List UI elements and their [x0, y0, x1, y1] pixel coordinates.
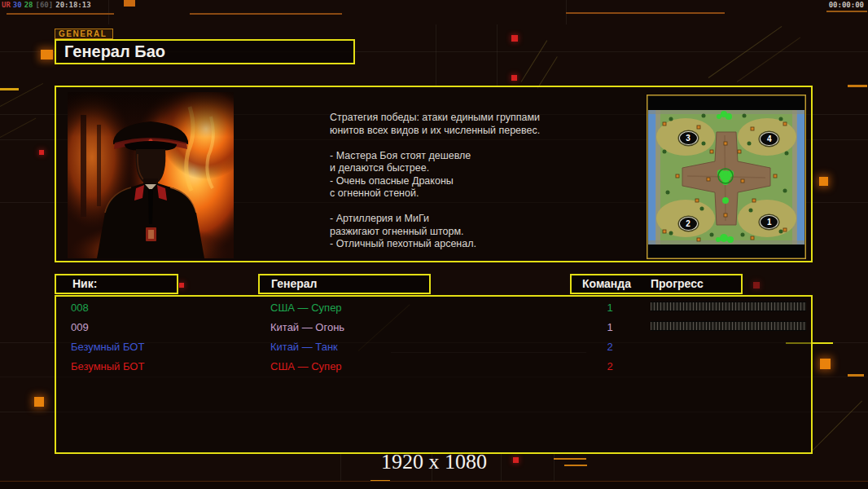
player-row: Безумный БОТ США — Супер 2 — [56, 357, 811, 377]
grid-line — [108, 0, 109, 24]
start-position-marker: 3 — [679, 131, 698, 145]
circuit-line — [810, 401, 862, 453]
perf-segment: 30 — [13, 1, 22, 9]
accent-square-red — [753, 282, 760, 289]
circuit-line — [737, 37, 800, 82]
player-team: 1 — [602, 321, 618, 333]
player-nick: 009 — [71, 321, 89, 333]
accent-dash — [0, 88, 19, 90]
strategy-line: и делаются быстрее. — [330, 162, 607, 175]
general-tab-label: GENERAL — [55, 29, 113, 39]
general-portrait-image — [68, 92, 234, 258]
accent-square — [820, 359, 831, 369]
strategy-line — [330, 200, 607, 214]
player-nick: Безумный БОТ — [71, 360, 144, 372]
player-nick: Безумный БОТ — [71, 341, 144, 353]
player-row: 009 Китай — Огонь 1 — [56, 318, 811, 337]
perf-segment: 20:18:13 — [55, 1, 90, 9]
accent-square — [124, 0, 135, 7]
perf-segment: UR — [2, 1, 11, 9]
strategy-line: Стратегия победы: атаки едиными группами — [330, 112, 607, 125]
perf-segment: 28 — [24, 1, 33, 9]
load-progress-bar — [651, 321, 806, 331]
accent-square-red — [39, 150, 44, 155]
accent-dash — [190, 13, 342, 15]
accent-dash — [566, 12, 725, 14]
column-header-team: Команда — [582, 275, 631, 293]
strategy-line: - Артиллерия и МиГи — [330, 213, 607, 226]
player-rows: 008 США — Супер 1 009 Китай — Огонь 1 Бе… — [56, 298, 811, 377]
player-general: Китай — Танк — [270, 341, 338, 353]
accent-dash — [848, 374, 864, 377]
strategy-line: разжигают огненный шторм. — [330, 226, 607, 239]
resolution-label: 1920 x 1080 — [0, 450, 868, 474]
accent-square-red — [511, 35, 518, 42]
player-general: США — Супер — [270, 302, 342, 314]
player-row: Безумный БОТ Китай — Танк 2 — [56, 337, 811, 357]
start-position-marker: 2 — [679, 217, 698, 231]
accent-dash — [848, 85, 867, 87]
players-panel: 008 США — Супер 1 009 Китай — Огонь 1 Бе… — [55, 295, 813, 454]
match-timer: 00:00:00 — [829, 1, 864, 9]
circuit-line — [537, 56, 558, 89]
bottom-strip — [0, 481, 868, 489]
column-header-progress: Прогресс — [651, 275, 704, 293]
grid-line — [497, 24, 498, 86]
strategy-line: с огненной стеной. — [330, 187, 607, 200]
perf-segment: [60] — [36, 1, 54, 9]
player-general: США — Супер — [270, 360, 342, 372]
column-header-team-progress: Команда Прогресс — [570, 274, 743, 294]
strategy-text: Стратегия победы: атаки едиными группами… — [330, 112, 607, 251]
load-progress-bar — [651, 302, 806, 311]
strategy-line: юнитов всех видов и их численный перевес… — [330, 125, 607, 138]
player-team: 2 — [602, 341, 618, 353]
strategy-line: - Мастера Боя стоят дешевле — [330, 150, 607, 163]
accent-square — [819, 177, 828, 186]
player-team: 2 — [602, 360, 618, 372]
player-nick: 008 — [71, 302, 89, 314]
minimap-image — [647, 95, 806, 259]
player-row: 008 США — Супер 1 — [56, 298, 811, 318]
circuit-line — [0, 118, 36, 138]
accent-dash — [826, 11, 867, 12]
circuit-line — [521, 40, 548, 82]
briefing-panel: Стратегия победы: атаки едиными группами… — [55, 86, 813, 262]
player-general: Китай — Огонь — [270, 321, 344, 333]
circuit-line — [0, 83, 43, 107]
column-header-general: Генерал — [258, 274, 431, 294]
player-team: 1 — [602, 302, 618, 314]
general-portrait — [68, 92, 234, 258]
strategy-line — [330, 137, 607, 150]
accent-square — [34, 397, 44, 407]
accent-square-red — [511, 75, 517, 81]
strategy-line: - Отличный пехотный арсенал. — [330, 238, 607, 251]
strategy-line: - Очень опасные Драконы — [330, 175, 607, 188]
page-title: Генерал Бао — [55, 39, 355, 64]
minimap: 3421 — [647, 95, 806, 259]
accent-dash — [7, 13, 114, 15]
column-header-nick: Ник: — [55, 274, 178, 294]
perf-overlay: UR3028[60]20:18:13 — [2, 1, 94, 9]
grid-line — [436, 24, 436, 86]
accent-square-red — [179, 283, 184, 288]
accent-square — [41, 50, 53, 59]
